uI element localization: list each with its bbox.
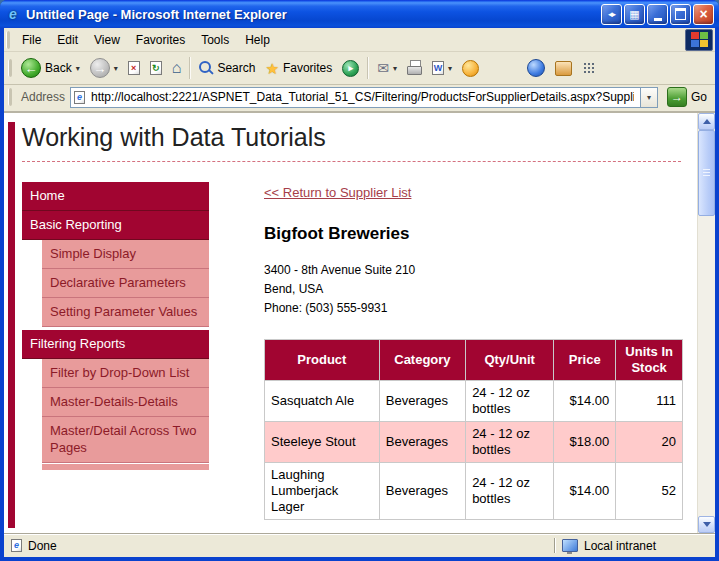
menu-items: FileEditViewFavoritesToolsHelp <box>14 30 278 50</box>
ie-throbber-logo <box>685 29 713 51</box>
page-status-icon: e <box>11 539 22 552</box>
address-input-box: e ▾ <box>70 87 658 108</box>
forward-button[interactable]: → ▾ <box>85 54 123 82</box>
menu-item-view[interactable]: View <box>86 30 128 50</box>
back-icon: ← <box>21 58 41 78</box>
mail-icon: ✉ <box>377 61 389 75</box>
refresh-button[interactable]: ↻ <box>145 54 167 82</box>
grid-icon <box>582 61 596 75</box>
stop-button[interactable]: × <box>123 54 145 82</box>
sidebar-item-basic-reporting[interactable]: Basic Reporting <box>22 211 209 240</box>
toolbar-grid-button[interactable] <box>577 54 601 82</box>
table-cell: $14.00 <box>554 381 616 422</box>
menu-item-help[interactable]: Help <box>237 30 278 50</box>
home-button[interactable]: ⌂ <box>167 54 187 82</box>
scrollbar-track[interactable] <box>698 130 715 516</box>
return-to-supplier-list-link[interactable]: << Return to Supplier List <box>264 185 411 200</box>
window-controls: ◂▸ ▦ × <box>601 4 714 25</box>
sidebar-item-filtering-reports[interactable]: Filtering Reports <box>22 330 209 359</box>
web-page: Working with Data Tutorials HomeBasic Re… <box>4 113 697 533</box>
table-cell: Steeleye Stout <box>265 422 380 463</box>
window-arrows-button[interactable]: ◂▸ <box>601 4 622 25</box>
window-body: FileEditViewFavoritesToolsHelp ← Back ▾ … <box>4 28 715 557</box>
table-row: Laughing Lumberjack LagerBeverages24 - 1… <box>265 463 683 520</box>
minimize-icon <box>654 18 662 21</box>
table-cell: Sasquatch Ale <box>265 381 380 422</box>
media-button[interactable]: ▸ <box>337 54 364 82</box>
folder-icon <box>555 61 572 76</box>
scroll-down-button[interactable] <box>698 516 715 533</box>
sidebar-item-filter-by-drop-down-list[interactable]: Filter by Drop-Down List <box>42 359 209 388</box>
browser-window: e Untitled Page - Microsoft Internet Exp… <box>0 0 719 561</box>
sidebar-item-master-detail-across-two-pages[interactable]: Master/Detail Across Two Pages <box>42 417 209 463</box>
flag-green <box>700 32 708 39</box>
vertical-scrollbar[interactable] <box>697 113 715 533</box>
toolbar-grip[interactable] <box>6 31 10 49</box>
menu-item-tools[interactable]: Tools <box>193 30 237 50</box>
scrollbar-thumb[interactable] <box>698 130 715 216</box>
sidebar-item-partial[interactable] <box>42 464 209 470</box>
home-icon: ⌂ <box>172 60 182 76</box>
chevron-down-icon: ▾ <box>448 64 452 73</box>
maximize-icon <box>675 8 686 20</box>
go-button[interactable]: → Go <box>663 87 711 107</box>
toolbar-grip[interactable] <box>8 59 12 77</box>
print-icon <box>407 62 422 75</box>
flag-red <box>691 32 699 39</box>
research-button[interactable] <box>550 54 577 82</box>
menu-item-edit[interactable]: Edit <box>49 30 86 50</box>
window-tiles-button[interactable]: ▦ <box>624 4 645 25</box>
sidebar-item-declarative-parameters[interactable]: Declarative Parameters <box>42 269 209 298</box>
mail-button[interactable]: ✉ ▾ <box>372 54 402 82</box>
window-title: Untitled Page - Microsoft Internet Explo… <box>26 7 596 22</box>
sidebar-item-master-details-details[interactable]: Master-Details-Details <box>42 388 209 417</box>
address-dropdown-button[interactable]: ▾ <box>640 88 657 107</box>
messenger-button[interactable] <box>457 54 484 82</box>
messenger-globe-button[interactable] <box>522 54 550 82</box>
search-button[interactable]: Search <box>194 54 260 82</box>
products-table: ProductCategoryQty/UnitPriceUnits In Sto… <box>264 339 683 520</box>
word-icon: W <box>432 61 444 75</box>
sidebar-item-simple-display[interactable]: Simple Display <box>42 240 209 269</box>
chevron-down-icon: ▾ <box>76 64 80 73</box>
table-cell: Beverages <box>379 381 465 422</box>
sidebar-item-home[interactable]: Home <box>22 182 209 211</box>
minimize-button[interactable] <box>647 4 668 25</box>
browser-viewport: Working with Data Tutorials HomeBasic Re… <box>4 113 715 533</box>
address-line: 3400 - 8th Avenue Suite 210 <box>264 261 683 280</box>
close-button[interactable]: × <box>693 4 714 25</box>
table-cell: 24 - 12 oz bottles <box>466 381 554 422</box>
refresh-icon: ↻ <box>150 61 162 75</box>
arrow-up-icon <box>703 119 711 124</box>
favorites-button[interactable]: ★ Favorites <box>260 54 337 82</box>
sidebar-menu: HomeBasic ReportingSimple DisplayDeclara… <box>22 182 209 470</box>
column-header: Category <box>379 340 465 381</box>
flag-blue <box>691 40 699 47</box>
address-bar: Address e ▾ → Go <box>4 85 715 113</box>
go-arrow-icon: → <box>667 87 687 107</box>
table-cell: Laughing Lumberjack Lager <box>265 463 380 520</box>
arrow-down-icon <box>703 522 711 527</box>
print-button[interactable] <box>402 54 427 82</box>
toolbar-grip[interactable] <box>8 88 12 106</box>
security-zone-section: Local intranet <box>556 539 712 553</box>
address-input[interactable] <box>89 87 636 108</box>
table-cell: 24 - 12 oz bottles <box>466 422 554 463</box>
chevron-down-icon: ▾ <box>393 64 397 73</box>
maximize-button[interactable] <box>670 4 691 25</box>
toolbar-separator <box>189 57 191 79</box>
column-header: Product <box>265 340 380 381</box>
toolbar-separator <box>367 57 369 79</box>
title-bar: e Untitled Page - Microsoft Internet Exp… <box>0 0 719 28</box>
sidebar-item-setting-parameter-values[interactable]: Setting Parameter Values <box>42 298 209 327</box>
address-line: Phone: (503) 555-9931 <box>264 299 683 318</box>
flag-yellow <box>700 40 708 47</box>
edit-with-word-button[interactable]: W ▾ <box>427 54 457 82</box>
column-header: Units In Stock <box>616 340 683 381</box>
menu-item-favorites[interactable]: Favorites <box>128 30 193 50</box>
menu-bar: FileEditViewFavoritesToolsHelp <box>4 28 715 52</box>
page-title: Working with Data Tutorials <box>22 123 683 152</box>
menu-item-file[interactable]: File <box>14 30 49 50</box>
scroll-up-button[interactable] <box>698 113 715 130</box>
back-button[interactable]: ← Back ▾ <box>16 54 85 82</box>
